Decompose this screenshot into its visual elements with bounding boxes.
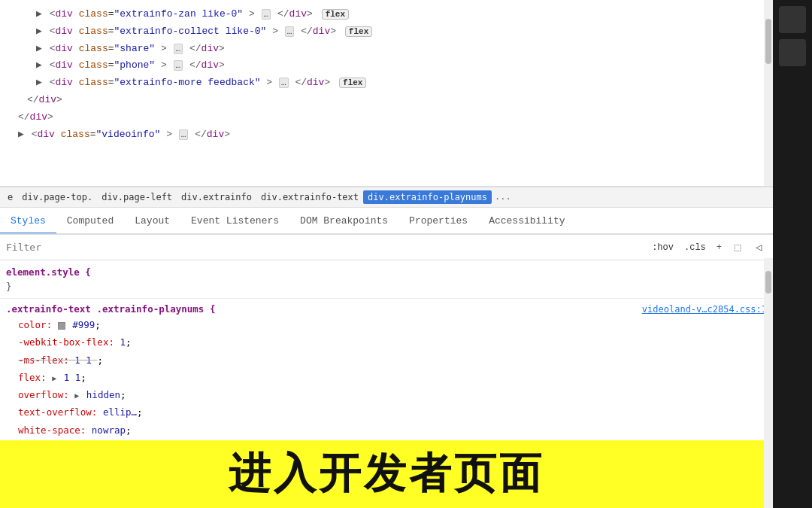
collapse-arrow[interactable]: ▶ (36, 59, 42, 71)
yellow-overlay: 进入开发者页面 (0, 440, 773, 508)
dom-line: ▶ <div class="share" > … </div> (6, 41, 767, 58)
css-property-ms-flex: -ms-flex: 1 1 ; (6, 351, 767, 369)
dom-line: ▶ <div class="extrainfo-more feedback" >… (6, 75, 767, 92)
right-panel-icon-2 (779, 39, 806, 66)
breadcrumb-item-page-left[interactable]: div.page-left (97, 190, 177, 204)
breadcrumb-item-extrainfo-playnums[interactable]: div.extrainfo-playnums (363, 190, 492, 204)
ellipsis-badge[interactable]: … (285, 26, 295, 37)
dom-line: ▶ <div class="phone" > … </div> (6, 57, 767, 75)
dom-tree-area: ▶ <div class="extrainfo-zan like-0" > … … (0, 0, 773, 187)
css-rule-source[interactable]: videoland-v…c2854.css:1 (642, 304, 767, 315)
flex-expand-arrow[interactable]: ▶ (52, 372, 56, 385)
collapse-arrow[interactable]: ▶ (36, 43, 42, 54)
breadcrumb-item-e[interactable]: e (3, 190, 17, 204)
tab-properties[interactable]: Properties (398, 209, 478, 234)
collapse-arrow[interactable]: ▶ (36, 77, 42, 88)
tab-styles[interactable]: Styles (0, 209, 56, 234)
collapse-arrow[interactable]: ▶ (36, 26, 42, 37)
breadcrumb-more[interactable]: ... (492, 190, 514, 204)
tab-layout[interactable]: Layout (124, 209, 180, 234)
css-rule-header-row: .extrainfo-text .extrainfo-playnums { vi… (6, 302, 767, 316)
element-style-selector: element.style { (6, 266, 91, 278)
css-property-white-space: white-space: nowrap; (6, 421, 767, 439)
ellipsis-badge[interactable]: … (174, 44, 183, 54)
css-scrollbar[interactable] (764, 258, 773, 508)
cls-button[interactable]: .cls (681, 241, 709, 254)
dom-line: ▶ <div class="extrainfo-zan like-0" > … … (6, 6, 767, 23)
element-style-close: } (6, 279, 767, 295)
css-property-webkit-box-flex: -webkit-box-flex: 1; (6, 333, 767, 351)
css-scrollbar-thumb[interactable] (765, 271, 771, 294)
devtools-panel: ▶ <div class="extrainfo-zan like-0" > … … (0, 0, 773, 508)
color-swatch-999[interactable] (58, 322, 65, 330)
inspector-icon[interactable]: ⬚ (729, 239, 746, 256)
collapse-arrow[interactable]: ▶ (36, 8, 42, 20)
ellipsis-badge[interactable]: … (174, 60, 183, 71)
dom-scrollbar-thumb[interactable] (765, 19, 771, 64)
dom-scrollbar[interactable] (764, 0, 773, 186)
tabs-row: Styles Computed Layout Event Listeners D… (0, 208, 773, 235)
flex-badge[interactable]: flex (322, 9, 349, 20)
ellipsis-badge[interactable]: … (262, 9, 271, 20)
dom-line: </div> (6, 92, 767, 109)
element-style-section: element.style { } (0, 260, 773, 299)
breadcrumb-item-extrainfo[interactable]: div.extrainfo (177, 190, 256, 204)
css-rule-section: .extrainfo-text .extrainfo-playnums { vi… (0, 299, 773, 443)
ellipsis-badge[interactable]: … (179, 129, 189, 140)
css-panel: element.style { } .extrainfo-text .extra… (0, 260, 773, 508)
css-rule-selector[interactable]: .extrainfo-text .extrainfo-playnums { (6, 303, 215, 315)
css-property-overflow: overflow: ▶ hidden; (6, 386, 767, 403)
css-property-text-overflow: text-overflow: ellip…; (6, 403, 767, 421)
right-panel (773, 0, 812, 508)
css-property-flex: flex: ▶ 1 1; (6, 369, 767, 386)
flex-badge[interactable]: flex (345, 26, 372, 37)
tab-accessibility[interactable]: Accessibility (478, 209, 575, 234)
flex-badge[interactable]: flex (339, 78, 366, 88)
toggle-sidebar-icon[interactable]: ◁ (750, 239, 767, 256)
right-panel-icon-1 (779, 6, 806, 33)
tab-event-listeners[interactable]: Event Listeners (180, 209, 289, 234)
breadcrumb-item-extrainfo-text[interactable]: div.extrainfo-text (256, 190, 363, 204)
collapse-arrow[interactable]: ▶ (18, 129, 24, 140)
breadcrumb-item-page-top[interactable]: div.page-top. (17, 190, 97, 204)
overlay-text: 进入开发者页面 (229, 446, 544, 503)
tab-computed[interactable]: Computed (56, 209, 124, 234)
dom-line: ▶ <div class="videoinfo" > … </div> (6, 126, 767, 144)
filter-input[interactable] (6, 242, 649, 253)
dom-line: </div> (6, 109, 767, 126)
dom-line: ▶ <div class="extrainfo-collect like-0" … (6, 23, 767, 41)
tab-dom-breakpoints[interactable]: DOM Breakpoints (289, 209, 398, 234)
ellipsis-badge[interactable]: … (279, 78, 289, 88)
overflow-expand-arrow[interactable]: ▶ (74, 389, 79, 402)
add-style-button[interactable]: + (714, 241, 725, 254)
element-style-header: element.style { (6, 263, 767, 279)
breadcrumb-bar: e div.page-top. div.page-left div.extrai… (0, 187, 773, 208)
filter-actions: :hov .cls + ⬚ ◁ (649, 239, 767, 256)
filter-bar: :hov .cls + ⬚ ◁ (0, 235, 773, 260)
hov-button[interactable]: :hov (649, 241, 677, 254)
dom-tree-content: ▶ <div class="extrainfo-zan like-0" > … … (0, 5, 773, 144)
css-property-color: color: #999; (6, 316, 767, 333)
